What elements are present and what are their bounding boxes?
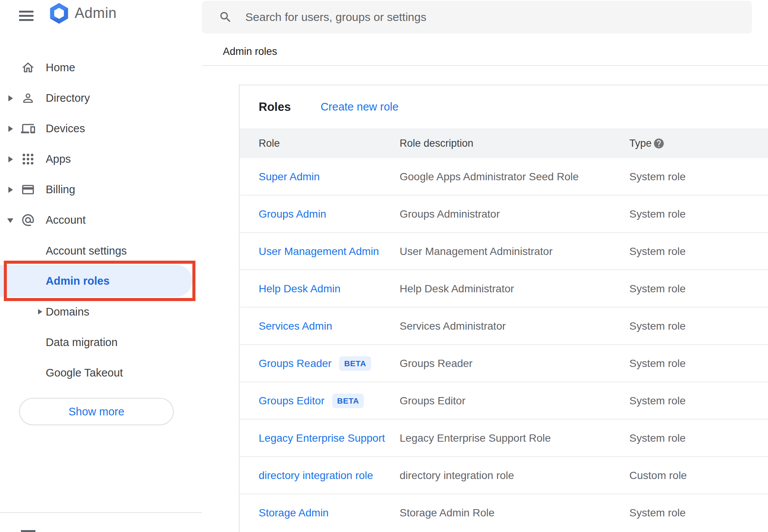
table-row: Storage Admin Storage Admin Role System … (240, 494, 768, 532)
sidebar-item-directory[interactable]: Directory (0, 83, 202, 113)
role-link-label: Help Desk Admin (259, 283, 341, 295)
person-icon (21, 91, 35, 105)
table-row: directory integration role directory int… (240, 457, 768, 494)
role-type: System role (629, 233, 686, 270)
role-link[interactable]: Groups Admin (259, 195, 326, 233)
expand-arrow-icon[interactable] (8, 156, 13, 162)
expand-arrow-icon[interactable] (8, 187, 13, 193)
credit-card-icon (21, 183, 35, 197)
help-icon[interactable] (653, 138, 665, 149)
roles-title: Roles (259, 100, 291, 114)
sidebar-item-account-settings[interactable]: Account settings (0, 236, 202, 266)
sidebar-bottom-divider (0, 512, 202, 513)
table-row: Help Desk Admin Help Desk Administrator … (240, 270, 768, 308)
role-type: System role (629, 308, 686, 345)
role-link[interactable]: User Management Admin (259, 233, 379, 270)
expand-arrow-icon[interactable] (38, 309, 42, 314)
collapse-arrow-icon[interactable] (7, 218, 13, 223)
sidebar-item-account[interactable]: Account (0, 205, 202, 235)
search-bar[interactable]: Search for users, groups or settings (202, 1, 752, 34)
role-link[interactable]: Super Admin (259, 158, 320, 195)
role-link-label: Super Admin (259, 171, 320, 183)
menu-hamburger-icon[interactable] (19, 11, 34, 21)
sidebar: Admin Home Directory Devices Apps (0, 0, 202, 532)
role-type: System role (629, 494, 686, 532)
home-icon (21, 61, 35, 75)
sidebar-item-label: Home (46, 52, 75, 83)
role-type: System role (629, 158, 686, 195)
role-link-label: Storage Admin (259, 507, 329, 519)
sidebar-item-label: Apps (46, 144, 71, 174)
role-type: System role (629, 270, 686, 308)
role-link[interactable]: Storage Admin (259, 494, 329, 532)
sidebar-item-home[interactable]: Home (0, 52, 202, 83)
column-header-description: Role description (400, 128, 474, 158)
role-type: Custom role (629, 457, 687, 494)
role-link[interactable]: Services Admin (259, 308, 332, 345)
sidebar-item-data-migration[interactable]: Data migration (0, 327, 202, 357)
role-description: Groups Administrator (400, 195, 500, 233)
beta-badge: BETA (332, 394, 364, 408)
table-row: Groups ReaderBETA Groups Reader System r… (240, 345, 768, 382)
role-description: Storage Admin Role (400, 494, 494, 532)
role-link[interactable]: Help Desk Admin (259, 270, 341, 308)
role-description: Groups Reader (400, 345, 472, 382)
sidebar-item-label: Data migration (46, 327, 118, 357)
role-link[interactable]: Groups EditorBETA (259, 382, 364, 420)
role-link-label: directory integration role (259, 470, 373, 482)
sidebar-item-label: Domains (46, 296, 89, 327)
expand-arrow-icon[interactable] (8, 126, 13, 132)
search-icon (219, 10, 232, 24)
header-divider (202, 65, 768, 66)
role-type: System role (629, 195, 686, 233)
role-description: Help Desk Administrator (400, 270, 514, 308)
role-link[interactable]: directory integration role (259, 457, 373, 494)
role-link-label: Groups Admin (259, 208, 326, 220)
role-link-label: Services Admin (259, 320, 332, 332)
column-header-role: Role (259, 128, 280, 158)
show-more-button[interactable]: Show more (19, 398, 174, 425)
search-input[interactable]: Search for users, groups or settings (245, 1, 426, 34)
table-row: User Management Admin User Management Ad… (240, 233, 768, 270)
role-description: Groups Editor (400, 382, 466, 420)
sidebar-item-label: Billing (46, 174, 75, 205)
role-type: System role (629, 420, 686, 457)
role-description: Services Administrator (400, 308, 506, 345)
sidebar-item-admin-roles-selected[interactable]: Admin roles (0, 265, 192, 297)
role-link[interactable]: Legacy Enterprise Support (259, 420, 385, 457)
create-new-role-link[interactable]: Create new role (320, 101, 398, 113)
sidebar-item-label: Account (46, 205, 86, 235)
at-sign-icon (21, 213, 35, 227)
column-header-type: Type (629, 128, 652, 158)
role-description: User Management Administrator (400, 233, 553, 270)
sidebar-item-apps[interactable]: Apps (0, 144, 202, 174)
table-row: Super Admin Google Apps Administrator Se… (240, 158, 768, 195)
sidebar-item-label: Devices (46, 113, 85, 144)
table-row: Legacy Enterprise Support Legacy Enterpr… (240, 420, 768, 457)
sidebar-item-billing[interactable]: Billing (0, 174, 202, 205)
role-link-label: Groups Reader (259, 357, 331, 370)
role-description: directory integration role (400, 457, 514, 494)
role-type: System role (629, 345, 686, 382)
apps-grid-icon (21, 152, 35, 166)
devices-icon (21, 122, 35, 136)
admin-logo-icon (48, 2, 70, 24)
sidebar-item-label: Google Takeout (46, 357, 123, 388)
app-title: Admin (75, 5, 117, 21)
sidebar-item-google-takeout[interactable]: Google Takeout (0, 357, 202, 388)
role-link[interactable]: Groups ReaderBETA (259, 345, 371, 382)
sidebar-item-label: Account settings (46, 236, 127, 266)
table-row: Groups Admin Groups Administrator System… (240, 195, 768, 233)
role-description: Legacy Enterprise Support Role (400, 420, 551, 457)
roles-table-header: Role Role description Type (240, 128, 768, 158)
cut-off-icon (21, 530, 35, 532)
roles-card: Roles Create new role Role Role descript… (239, 85, 768, 532)
sidebar-item-domains[interactable]: Domains (0, 296, 202, 327)
role-type: System role (629, 382, 686, 420)
role-link-label: User Management Admin (259, 245, 379, 258)
table-row: Groups EditorBETA Groups Editor System r… (240, 382, 768, 420)
role-link-label: Legacy Enterprise Support (259, 432, 385, 444)
sidebar-item-devices[interactable]: Devices (0, 113, 202, 144)
expand-arrow-icon[interactable] (8, 95, 13, 101)
roles-card-header: Roles Create new role (240, 85, 768, 128)
